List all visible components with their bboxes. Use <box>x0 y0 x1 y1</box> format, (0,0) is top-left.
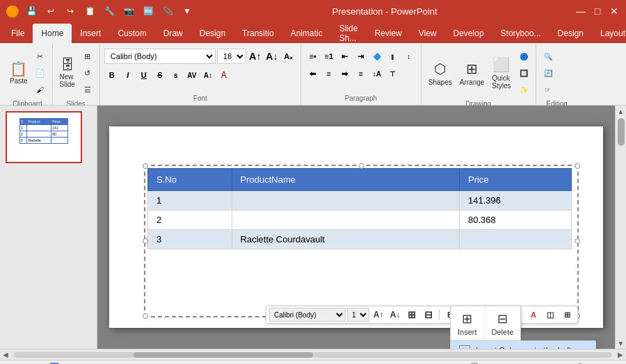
tab-storyboard[interactable]: Storyboo... <box>492 24 549 43</box>
underline-btn[interactable]: U <box>136 67 152 83</box>
mini-font-size[interactable]: 18 <box>347 308 369 322</box>
align-right-btn[interactable]: ➡ <box>337 66 353 81</box>
bullets-btn[interactable]: ≡• <box>305 49 321 64</box>
quick-access-dropdown-btn[interactable]: ▼ <box>179 3 195 19</box>
shape-effects-btn[interactable]: ✨ <box>516 82 531 97</box>
mini-shading-btn[interactable]: ◫ <box>543 308 558 322</box>
layout-btn[interactable]: ⊞ <box>80 49 95 64</box>
quick-access-6-btn[interactable]: 🔤 <box>141 3 156 19</box>
italic-btn[interactable]: I <box>120 67 136 83</box>
paste-label: Paste <box>10 77 28 85</box>
para-row1: ≡• ≡1 ⇤ ⇥ 🔷 ⫿ ↕ <box>305 49 417 64</box>
tab-transitions[interactable]: Transitio <box>234 24 282 43</box>
mini-font-name[interactable]: Calibri (Body) <box>269 308 346 322</box>
charspacing-btn[interactable]: AV <box>184 67 200 83</box>
font-increase-btn[interactable]: A↑ <box>248 49 263 64</box>
insert-columns-left-item[interactable]: ⊢ Insert Columns to the Left <box>451 341 595 349</box>
tab-design[interactable]: Design <box>191 24 234 43</box>
scroll-up-btn[interactable]: ▲ <box>616 106 627 117</box>
shape-fill-btn[interactable]: 🔵 <box>516 49 531 64</box>
tab-review[interactable]: Review <box>366 24 410 43</box>
minimize-btn[interactable]: — <box>575 5 587 17</box>
reset-btn[interactable]: ↺ <box>80 65 95 81</box>
h-scroll-track <box>14 352 612 358</box>
font-name-select[interactable]: Calibri (Body) <box>104 49 216 64</box>
quick-access-5-btn[interactable]: 📷 <box>121 3 136 19</box>
tab-layout[interactable]: Layout <box>592 24 626 43</box>
tab-custom[interactable]: Custom <box>109 24 154 43</box>
shapes-btn[interactable]: ⬡ Shapes <box>426 52 455 94</box>
numbering-btn[interactable]: ≡1 <box>321 49 337 64</box>
align-left-btn[interactable]: ⬅ <box>305 66 321 81</box>
strikethrough-btn[interactable]: S <box>152 67 168 83</box>
tab-slideshow[interactable]: Slide Sh... <box>331 24 367 43</box>
section-btn[interactable]: ☰ <box>80 82 95 97</box>
scroll-thumb[interactable] <box>618 118 625 146</box>
replace-btn[interactable]: 🔄 <box>540 65 556 81</box>
insert-btn[interactable]: ⊞ Insert <box>451 306 485 341</box>
linespace-btn[interactable]: ↕ <box>401 49 417 64</box>
smart-art-btn[interactable]: 🔷 <box>369 49 385 64</box>
ribbon-group-clipboard: 📋 Paste ✂ 📄 🖌 Clipboard <box>3 44 53 105</box>
font-size-select[interactable]: 18 <box>217 49 246 64</box>
format-painter-btn[interactable]: 🖌 <box>33 82 48 97</box>
tab-developer[interactable]: Develop <box>445 24 492 43</box>
quick-access-7-btn[interactable]: 📎 <box>160 3 175 19</box>
scroll-down-btn[interactable]: ▼ <box>616 338 627 349</box>
font-decrease-btn[interactable]: A↓ <box>264 49 280 64</box>
handle-mr[interactable] <box>575 238 580 244</box>
mini-font-decrease-btn[interactable]: A↓ <box>387 308 403 322</box>
tab-animations[interactable]: Animatic <box>282 24 331 43</box>
shape-outline-btn[interactable]: 🔲 <box>516 65 531 81</box>
mini-table-icon[interactable]: ⊞ <box>404 308 419 322</box>
redo-btn[interactable]: ↪ <box>63 3 78 19</box>
slide-thumbnail[interactable]: SProductPrice 1141 280 3Raclette <box>6 111 82 163</box>
tab-home[interactable]: Home <box>33 24 72 43</box>
text-direction2-btn[interactable]: ↕A <box>369 66 385 81</box>
tab-file[interactable]: File <box>3 24 33 43</box>
cut-btn[interactable]: ✂ <box>33 49 48 64</box>
align-center-btn[interactable]: ≡ <box>321 66 337 81</box>
tab-insert[interactable]: Insert <box>72 24 109 43</box>
new-slide-btn[interactable]: 🗄 NewSlide <box>57 52 78 94</box>
slide-item-1[interactable]: 1 SProductPrice 1141 280 3Raclette <box>6 111 91 163</box>
handle-tr[interactable] <box>575 163 580 169</box>
undo-btn[interactable]: ↩ <box>43 3 58 19</box>
maximize-btn[interactable]: □ <box>591 5 604 17</box>
tab-draw[interactable]: Draw <box>155 24 191 43</box>
mini-table-row-icon[interactable]: ⊟ <box>421 308 436 322</box>
arrange-btn[interactable]: ⊞ Arrange <box>457 52 488 94</box>
scroll-left-btn[interactable]: ◀ <box>0 349 11 361</box>
paste-btn[interactable]: 📋 Paste <box>7 52 31 94</box>
quick-access-4-btn[interactable]: 🔧 <box>102 3 117 19</box>
close-btn[interactable]: ✕ <box>608 5 620 17</box>
tab-design2[interactable]: Design <box>549 24 592 43</box>
clear-format-btn[interactable]: Aₓ <box>281 49 296 64</box>
h-scroll-thumb[interactable] <box>134 352 313 358</box>
scroll-right-btn[interactable]: ▶ <box>615 349 626 361</box>
mini-border-btn[interactable]: ⊞ <box>559 308 575 322</box>
title-bar: 🟠 💾 ↩ ↪ 📋 🔧 📷 🔤 📎 ▼ Presentation - Power… <box>0 0 626 22</box>
mini-font-increase-btn[interactable]: A↑ <box>371 308 386 322</box>
font-color-btn[interactable]: A <box>216 67 232 83</box>
shadow-btn[interactable]: s <box>168 67 184 83</box>
justify-btn[interactable]: ≡ <box>353 66 369 81</box>
bold-btn[interactable]: B <box>104 67 120 83</box>
quick-access-3-btn[interactable]: 📋 <box>82 3 97 19</box>
delete-btn[interactable]: ⊟ Delete <box>485 306 521 341</box>
select-btn[interactable]: ☞ <box>540 82 556 97</box>
quick-styles-btn[interactable]: ⬜ QuickStyles <box>489 52 513 94</box>
col-btn[interactable]: ⫿ <box>385 49 401 64</box>
decrease-indent-btn[interactable]: ⇤ <box>337 49 353 64</box>
handle-bl[interactable] <box>143 313 148 319</box>
tab-view[interactable]: View <box>410 24 445 43</box>
increase-indent-btn[interactable]: ⇥ <box>353 49 369 64</box>
align-text-btn[interactable]: ⊤ <box>385 66 401 81</box>
cell-sno-3: 3 <box>148 230 232 249</box>
text-direction-btn[interactable]: A↕ <box>200 67 216 83</box>
quick-save-btn[interactable]: 💾 <box>24 3 39 19</box>
copy-btn[interactable]: 📄 <box>33 65 48 81</box>
drawing-content: ⬡ Shapes ⊞ Arrange ⬜ QuickStyles 🔵 🔲 ✨ <box>426 46 531 100</box>
mini-fontcolor-btn[interactable]: A <box>526 308 541 322</box>
find-btn[interactable]: 🔍 <box>540 49 556 64</box>
